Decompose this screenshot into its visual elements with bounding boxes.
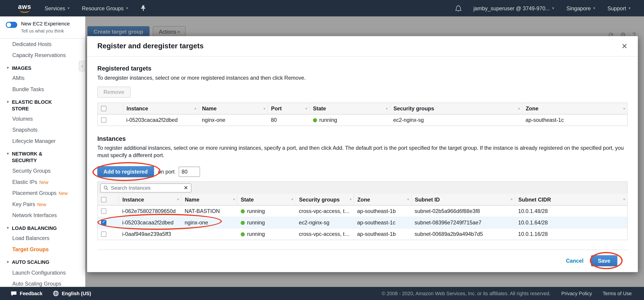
privacy-policy-link[interactable]: Privacy Policy xyxy=(561,291,592,296)
column-header-subnet-cidr[interactable]: Subnet CIDR▾ xyxy=(515,194,627,205)
column-header-name[interactable]: Name▾ xyxy=(181,194,237,205)
region-menu[interactable]: Singapore ▾ xyxy=(560,5,601,11)
port-input[interactable] xyxy=(179,167,200,177)
new-badge: New xyxy=(59,191,68,196)
sort-caret-icon[interactable]: ▾ xyxy=(350,197,352,202)
shortcut-pin-icon[interactable] xyxy=(134,5,152,11)
sort-caret-icon[interactable]: ▾ xyxy=(305,106,307,111)
select-all-checkbox[interactable] xyxy=(101,197,106,202)
select-all-header-cell xyxy=(98,103,123,114)
sidebar-item-lifecycle-manager[interactable]: Lifecycle Manager xyxy=(0,136,85,147)
sort-caret-icon[interactable]: ▾ xyxy=(291,197,293,202)
column-header-instance[interactable]: Instance▾ xyxy=(119,194,181,205)
sort-caret-icon[interactable]: ▾ xyxy=(518,106,520,111)
sidebar-item-volumes[interactable]: Volumes xyxy=(0,113,85,124)
row-checkbox[interactable] xyxy=(101,231,106,237)
on-port-label: on port xyxy=(158,169,175,175)
sort-caret-icon[interactable]: ▾ xyxy=(510,197,512,202)
user-account-label: jamby_superuser @ 3749-970... xyxy=(474,5,550,11)
column-header-instance[interactable]: Instance▾ xyxy=(123,103,199,114)
save-button[interactable]: Save xyxy=(591,255,617,266)
language-selector[interactable]: English (US) xyxy=(53,291,91,296)
resource-groups-menu[interactable]: Resource Groups ▾ xyxy=(76,0,134,16)
sort-caret-icon[interactable]: ▾ xyxy=(177,197,179,202)
chevron-down-icon: ▾ xyxy=(629,6,630,10)
sort-caret-icon[interactable]: ▾ xyxy=(623,197,625,202)
column-header-security-groups[interactable]: Security groups▾ xyxy=(390,103,522,114)
aws-logo[interactable]: aws xyxy=(18,4,31,12)
sidebar-item-launch-configurations[interactable]: Launch Configurations xyxy=(0,267,85,278)
cell-checkbox xyxy=(98,228,119,240)
column-header-state[interactable]: State▾ xyxy=(237,194,296,205)
notifications-bell-icon[interactable] xyxy=(449,5,467,11)
remove-button[interactable]: Remove xyxy=(98,87,130,98)
sidebar-item-amis[interactable]: AMIs xyxy=(0,73,85,84)
services-menu[interactable]: Services ▾ xyxy=(38,0,76,16)
cell-name: NAT-BASTION xyxy=(181,205,237,217)
resource-groups-menu-label: Resource Groups xyxy=(82,5,124,11)
cell-subnet-id: subnet-02b5a966d6f88e3f8 xyxy=(412,205,515,217)
column-header-state[interactable]: State▾ xyxy=(310,103,390,114)
column-header-subnet-id[interactable]: Subnet ID▾ xyxy=(412,194,515,205)
sidebar-section-network-security[interactable]: ▼ NETWORK & SECURITY xyxy=(0,147,85,165)
sidebar-section-load-balancing[interactable]: ▼ LOAD BALANCING xyxy=(0,221,85,233)
cell-state: running xyxy=(310,114,390,126)
sidebar-item-capacity-reservations[interactable]: Capacity Reservations xyxy=(0,49,85,60)
cell-security-groups: cross-vpc-access, tb... xyxy=(296,228,354,240)
sidebar-item-target-groups[interactable]: Target Groups xyxy=(0,244,85,255)
sidebar-section-elastic-block-store[interactable]: ▼ ELASTIC BLOCK STORE xyxy=(0,95,85,113)
sort-caret-icon[interactable]: ▾ xyxy=(233,197,235,202)
instance-row-selected[interactable]: i-05203cacaa2f2dbed nginx-one running ec… xyxy=(98,217,628,228)
registered-targets-description: To deregister instances, select one or m… xyxy=(98,74,628,82)
instance-row[interactable]: i-0aaf949ae239a5ff3 running cross-vpc-ac… xyxy=(98,228,628,240)
column-header-name[interactable]: Name▾ xyxy=(198,103,268,114)
cell-zone: ap-southeast-1c xyxy=(354,217,412,228)
cell-state: running xyxy=(237,205,296,217)
row-checkbox[interactable] xyxy=(101,117,106,123)
sidebar-item-network-interfaces[interactable]: Network Interfaces xyxy=(0,210,85,221)
clear-search-icon[interactable]: ✕ xyxy=(184,185,188,191)
column-header-security-groups[interactable]: Security groups▾ xyxy=(296,194,354,205)
search-instances-input[interactable] xyxy=(111,185,181,191)
sidebar-item-elastic-ips[interactable]: Elastic IPsNew xyxy=(0,176,85,187)
sidebar-item-snapshots[interactable]: Snapshots xyxy=(0,125,85,136)
sidebar-item-placement-groups[interactable]: Placement GroupsNew xyxy=(0,187,85,198)
column-header-zone[interactable]: Zone▾ xyxy=(522,103,628,114)
sidebar-item-security-groups[interactable]: Security Groups xyxy=(0,165,85,176)
instances-description: To register additional instances, select… xyxy=(98,144,628,159)
new-ec2-experience-toggle[interactable] xyxy=(6,22,17,28)
sidebar-section-images[interactable]: ▼ IMAGES xyxy=(0,61,85,73)
support-menu[interactable]: Support ▾ xyxy=(601,5,636,11)
sort-caret-icon[interactable]: ▾ xyxy=(407,197,409,202)
registered-target-row[interactable]: i-05203cacaa2f2dbed nginx-one 80 running… xyxy=(98,114,628,126)
sort-caret-icon[interactable]: ▾ xyxy=(194,106,196,111)
sidebar-collapse-button[interactable]: ‹ xyxy=(79,61,85,71)
select-all-checkbox[interactable] xyxy=(101,106,106,111)
feedback-button[interactable]: Feedback xyxy=(11,291,43,296)
sidebar-item-key-pairs[interactable]: Key PairsNew xyxy=(0,199,85,210)
column-header-port[interactable]: Port▾ xyxy=(268,103,310,114)
terms-of-use-link[interactable]: Terms of Use xyxy=(603,291,632,296)
row-checkbox[interactable] xyxy=(101,208,106,214)
sort-caret-icon[interactable]: ▾ xyxy=(623,106,625,111)
instances-table-container: ✕ Instance▾ Name▾ State▾ Security groups… xyxy=(98,181,628,240)
row-checkbox-checked[interactable] xyxy=(101,220,106,225)
instance-row[interactable]: i-062e758027809650d NAT-BASTION running … xyxy=(98,205,628,217)
sidebar-item-dedicated-hosts[interactable]: Dedicated Hosts xyxy=(0,38,85,49)
services-menu-label: Services xyxy=(45,5,65,11)
tell-us-link[interactable]: Tell us what you think xyxy=(21,28,70,33)
user-account-menu[interactable]: jamby_superuser @ 3749-970... ▾ xyxy=(467,5,560,11)
search-instances-box[interactable]: ✕ xyxy=(100,183,191,192)
modal-header: Register and deregister targets ✕ xyxy=(87,36,638,57)
close-icon[interactable]: ✕ xyxy=(621,42,628,51)
column-header-zone[interactable]: Zone▾ xyxy=(354,194,412,205)
cancel-link[interactable]: Cancel xyxy=(566,258,583,264)
sidebar-item-auto-scaling-groups[interactable]: Auto Scaling Groups xyxy=(0,278,85,287)
sort-caret-icon[interactable]: ▾ xyxy=(386,106,388,111)
add-to-registered-button[interactable]: Add to registered xyxy=(98,166,154,177)
sidebar-section-auto-scaling[interactable]: ▼ AUTO SCALING xyxy=(0,255,85,267)
sidebar-item-load-balancers[interactable]: Load Balancers xyxy=(0,233,85,244)
cell-state: running xyxy=(237,217,296,228)
sort-caret-icon[interactable]: ▾ xyxy=(264,106,266,111)
sidebar-item-bundle-tasks[interactable]: Bundle Tasks xyxy=(0,84,85,95)
